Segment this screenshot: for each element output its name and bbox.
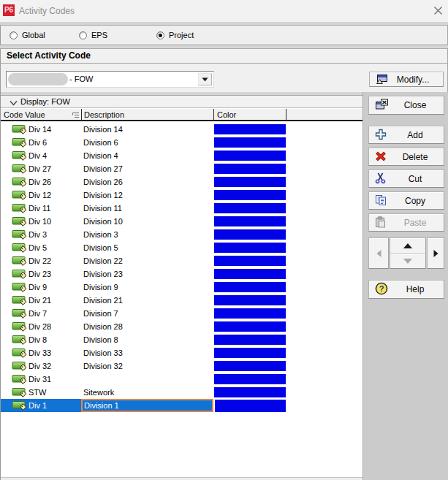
description-cell[interactable]: Division 9 <box>81 281 213 294</box>
dropdown-arrow-button[interactable] <box>198 73 212 85</box>
table-row[interactable]: Div 14 Division 14 <box>1 123 362 136</box>
color-swatch[interactable] <box>214 190 286 200</box>
description-cell[interactable]: Division 28 <box>81 320 213 333</box>
code-value-cell[interactable]: Div 8 <box>1 333 81 346</box>
code-value-cell[interactable]: Div 22 <box>1 254 81 267</box>
code-value-cell[interactable]: Div 32 <box>1 359 81 373</box>
code-value-cell[interactable]: Div 12 <box>1 188 81 202</box>
column-header-description[interactable]: Description <box>84 109 124 121</box>
description-cell[interactable]: Division 12 <box>81 188 213 202</box>
table-row[interactable]: STW Sitework <box>1 386 362 399</box>
hierarchy-icon[interactable] <box>72 111 80 121</box>
table-row[interactable]: Div 22 Division 22 <box>1 254 362 267</box>
modify-button[interactable]: Modify... <box>369 72 444 87</box>
scope-radio-eps[interactable]: EPS <box>79 26 107 45</box>
table-row[interactable]: Div 33 Division 33 <box>1 346 362 359</box>
color-swatch[interactable] <box>214 124 286 134</box>
color-swatch[interactable] <box>214 348 286 358</box>
description-cell[interactable]: Division 5 <box>81 241 213 254</box>
cut-button[interactable]: Cut <box>368 169 444 188</box>
description-cell[interactable]: Division 1 <box>81 399 213 412</box>
code-value-cell[interactable]: Div 6 <box>1 136 81 149</box>
copy-button[interactable]: Copy <box>368 191 444 210</box>
code-value-cell[interactable]: Div 26 <box>1 175 81 188</box>
color-swatch[interactable] <box>214 229 286 240</box>
add-button[interactable]: Add <box>368 126 444 144</box>
table-row[interactable]: Div 9 Division 9 <box>1 281 362 294</box>
code-value-cell[interactable]: Div 4 <box>1 149 81 162</box>
code-value-cell[interactable]: Div 11 <box>1 202 81 215</box>
description-cell[interactable]: Division 27 <box>81 162 213 175</box>
code-value-cell[interactable]: Div 21 <box>1 294 81 307</box>
table-row[interactable]: Div 3 Division 3 <box>1 228 362 241</box>
code-value-cell[interactable]: STW <box>1 386 81 399</box>
color-swatch[interactable] <box>214 374 286 384</box>
help-button[interactable]: ? Help <box>368 280 444 299</box>
description-cell[interactable]: Division 8 <box>81 333 213 346</box>
code-value-cell[interactable]: Div 7 <box>1 307 81 320</box>
color-swatch[interactable] <box>214 203 286 213</box>
code-value-cell[interactable]: Div 28 <box>1 320 81 333</box>
radio-circle-icon[interactable] <box>156 31 164 39</box>
color-swatch[interactable] <box>214 177 286 187</box>
color-swatch[interactable] <box>214 256 286 266</box>
table-row[interactable]: Div 10 Division 10 <box>1 215 362 228</box>
color-swatch[interactable] <box>215 400 286 412</box>
description-cell[interactable]: Division 22 <box>81 254 213 267</box>
table-row[interactable]: Div 1 Division 1 <box>1 399 362 412</box>
code-value-cell[interactable]: Div 14 <box>1 123 81 136</box>
scope-radio-global[interactable]: Global <box>10 26 45 45</box>
code-value-cell[interactable]: Div 31 <box>1 373 81 386</box>
description-cell[interactable]: Division 23 <box>81 267 213 281</box>
scope-radio-project[interactable]: Project <box>156 26 194 45</box>
color-swatch[interactable] <box>214 164 286 174</box>
table-row[interactable]: Div 7 Division 7 <box>1 307 362 320</box>
column-divider[interactable] <box>213 109 214 121</box>
table-row[interactable]: Div 8 Division 8 <box>1 333 362 346</box>
description-cell[interactable]: Division 11 <box>81 202 213 215</box>
color-swatch[interactable] <box>214 387 286 397</box>
description-cell[interactable]: Division 26 <box>81 175 213 188</box>
description-cell[interactable]: Sitework <box>81 386 213 399</box>
color-swatch[interactable] <box>214 308 286 319</box>
color-swatch[interactable] <box>214 216 286 226</box>
column-divider[interactable] <box>286 109 286 121</box>
description-cell[interactable] <box>81 373 213 386</box>
code-value-cell[interactable]: Div 3 <box>1 228 81 241</box>
description-cell[interactable]: Division 4 <box>81 149 213 162</box>
code-value-cell[interactable]: Div 23 <box>1 267 81 281</box>
color-swatch[interactable] <box>214 361 286 371</box>
description-cell[interactable]: Division 21 <box>81 294 213 307</box>
color-swatch[interactable] <box>214 321 286 332</box>
color-swatch[interactable] <box>214 269 286 279</box>
code-value-cell[interactable]: Div 33 <box>1 346 81 359</box>
paste-button[interactable]: Paste <box>368 213 444 232</box>
color-swatch[interactable] <box>214 151 286 161</box>
color-swatch[interactable] <box>214 137 286 148</box>
color-swatch[interactable] <box>214 335 286 345</box>
table-row[interactable]: Div 4 Division 4 <box>1 149 362 162</box>
delete-button[interactable]: Delete <box>368 148 444 166</box>
description-cell[interactable]: Division 6 <box>81 136 213 149</box>
table-row[interactable]: Div 31 <box>1 373 362 386</box>
nav-up-button[interactable] <box>390 237 426 254</box>
description-cell[interactable]: Division 32 <box>81 359 213 373</box>
table-row[interactable]: Div 21 Division 21 <box>1 294 362 307</box>
color-swatch[interactable] <box>214 282 286 292</box>
radio-circle-icon[interactable] <box>79 31 87 39</box>
table-row[interactable]: Div 23 Division 23 <box>1 267 362 281</box>
collapse-chevron-icon[interactable] <box>10 99 18 107</box>
column-header-code-value[interactable]: Code Value <box>4 109 45 121</box>
code-value-cell[interactable]: Div 5 <box>1 241 81 254</box>
description-cell[interactable]: Division 33 <box>81 346 213 359</box>
code-value-cell[interactable]: Div 9 <box>1 281 81 294</box>
close-icon[interactable] <box>433 5 444 16</box>
radio-circle-icon[interactable] <box>10 31 18 39</box>
table-row[interactable]: Div 32 Division 32 <box>1 359 362 373</box>
color-swatch[interactable] <box>214 295 286 305</box>
column-header-color[interactable]: Color <box>217 109 236 121</box>
table-row[interactable]: Div 12 Division 12 <box>1 188 362 202</box>
table-row[interactable]: Div 5 Division 5 <box>1 241 362 254</box>
color-swatch[interactable] <box>214 243 286 253</box>
table-row[interactable]: Div 27 Division 27 <box>1 162 362 175</box>
